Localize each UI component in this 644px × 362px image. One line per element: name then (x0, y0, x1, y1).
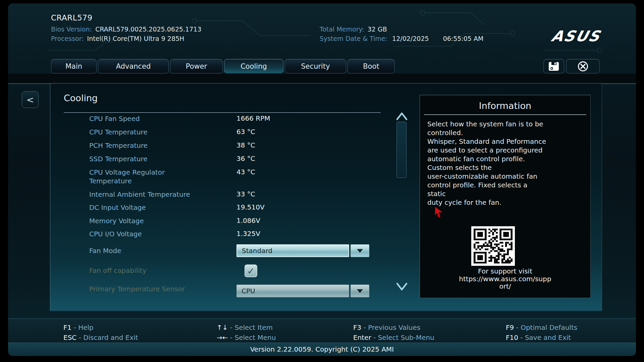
processor-value: Intel(R) Core(TM) Ultra 9 285H (87, 35, 184, 42)
row-label-memory-voltage: Memory Voltage (89, 217, 200, 225)
datetime-label: System Date & Time: (320, 35, 387, 42)
tabstrip-shadow (8, 74, 636, 83)
bios-screen: CRARL579 Bios Version:CRARL579.0025.2025… (0, 0, 644, 362)
bios-version-row: Bios Version:CRARL579.0025.2025.0625.171… (51, 25, 201, 33)
row-label-cpu-vr-temperature: CPU Voltage Regulator Temperature (89, 168, 200, 185)
version-bar: Version 2.22.0059. Copyright (C) 2025 AM… (8, 343, 636, 356)
help-f10: F10 - Save and Exit (506, 334, 571, 342)
checkmark-icon: ✓ (247, 266, 255, 276)
primary-sensor-dropdown-arrow (351, 285, 369, 297)
qr-code-svg (474, 229, 513, 263)
row-label-internal-ambient-temperature: Internal Ambient Temperature (89, 190, 200, 199)
header: CRARL579 Bios Version:CRARL579.0025.2025… (8, 3, 636, 56)
tab-power[interactable]: Power (170, 59, 223, 73)
primary-temperature-sensor-dropdown: CPU (236, 285, 369, 297)
model-name: CRARL579 (51, 13, 93, 22)
help-f1: F1 - Help (63, 323, 94, 331)
bios-version-value: CRARL579.0025.2025.0625.1713 (95, 25, 201, 33)
tab-advanced[interactable]: Advanced (98, 59, 169, 73)
tab-cooling[interactable]: Cooling (224, 59, 283, 73)
information-title: Information (420, 101, 590, 111)
memory-label: Total Memory: (320, 25, 364, 33)
tab-boot[interactable]: Boot (347, 59, 395, 73)
help-select-item: ↑↓ - Select Item (217, 323, 273, 331)
fan-mode-dropdown[interactable]: Standard (236, 244, 369, 257)
tab-bar: Main Advanced Power Cooling Security Boo… (51, 59, 395, 73)
bios-version-label: Bios Version: (51, 25, 92, 33)
memory-row: Total Memory:32 GB (320, 25, 387, 33)
primary-temperature-sensor-value: CPU (236, 285, 349, 297)
scrollbar-thumb[interactable] (396, 122, 407, 178)
window-buttons (543, 59, 600, 73)
information-panel: Information Select how the system fan is… (420, 95, 591, 298)
tab-main[interactable]: Main (51, 59, 97, 73)
floppy-disk-icon (548, 61, 559, 71)
chevron-down-icon[interactable] (395, 282, 408, 291)
row-label-ssd-temperature: SSD Temperature (89, 155, 200, 163)
help-f3: F3 - Previous Values (353, 323, 420, 331)
support-text: For support visit https://www.asus.com/s… (420, 267, 590, 290)
row-label-cpu-temperature: CPU Temperature (89, 128, 200, 136)
help-select-menu: →← - Select Menu (217, 334, 276, 342)
processor-label: Processor: (51, 35, 84, 42)
information-body: Select how the system fan is to be contr… (420, 115, 590, 207)
page-title: Cooling (64, 93, 98, 103)
back-button[interactable]: < (22, 91, 39, 108)
chevron-up-icon[interactable] (395, 112, 408, 121)
fan-off-capability-checkbox: ✓ (245, 264, 257, 277)
row-value-cpu-fan-speed: 1666 RPM (236, 114, 270, 122)
row-label-dc-input-voltage: DC Input Voltage (89, 203, 200, 212)
row-value-memory-voltage: 1.086V (236, 217, 260, 225)
version-text: Version 2.22.0059. Copyright (C) 2025 AM… (250, 345, 394, 353)
triangle-down-icon (357, 289, 363, 293)
row-label-pch-temperature: PCH Temperature (89, 141, 200, 150)
system-time: 06:55:05 AM (443, 35, 484, 42)
fan-mode-selected-value[interactable]: Standard (236, 244, 349, 257)
save-button[interactable] (543, 59, 564, 73)
row-value-internal-ambient-temperature: 33 °C (236, 190, 255, 198)
tab-security[interactable]: Security (285, 59, 346, 73)
exit-button[interactable] (566, 59, 600, 73)
memory-value: 32 GB (368, 25, 387, 33)
row-value-pch-temperature: 38 °C (236, 141, 255, 149)
row-label-fan-mode: Fan Mode (89, 246, 200, 255)
fan-mode-dropdown-arrow[interactable] (351, 244, 369, 257)
row-label-cpu-io-voltage: CPU I/O Voltage (89, 230, 200, 238)
row-label-primary-temperature-sensor: Primary Temperature Sensor (89, 285, 200, 293)
red-arrow-cursor (434, 206, 444, 218)
title-underline (64, 112, 381, 113)
row-label-cpu-fan-speed: CPU Fan Speed (89, 114, 200, 123)
row-value-dc-input-voltage: 19.510V (236, 203, 265, 211)
help-f9: F9 - Optimal Defaults (506, 323, 577, 331)
triangle-down-icon (357, 249, 363, 253)
row-value-cpu-io-voltage: 1.325V (236, 230, 260, 238)
asus-logo: ASUS (549, 27, 602, 45)
system-date: 12/02/2025 (392, 35, 429, 42)
row-value-cpu-temperature: 63 °C (236, 128, 255, 136)
help-esc: ESC - Discard and Exit (63, 334, 138, 342)
qr-code (471, 226, 515, 266)
help-bar: F1 - Help ESC - Discard and Exit ↑↓ - Se… (8, 318, 636, 343)
processor-row: Processor:Intel(R) Core(TM) Ultra 9 285H (51, 35, 184, 42)
help-enter: Enter - Select Sub-Menu (353, 334, 434, 342)
bios-frame: CRARL579 Bios Version:CRARL579.0025.2025… (8, 3, 636, 356)
row-label-fan-off-capability: Fan off capability (89, 266, 200, 275)
row-value-cpu-vr-temperature: 43 °C (236, 168, 255, 176)
row-value-ssd-temperature: 36 °C (236, 155, 255, 163)
datetime-row: System Date & Time:12/02/202506:55:05 AM (320, 35, 483, 42)
chevron-left: < (26, 95, 34, 105)
circled-x-icon (577, 61, 589, 72)
